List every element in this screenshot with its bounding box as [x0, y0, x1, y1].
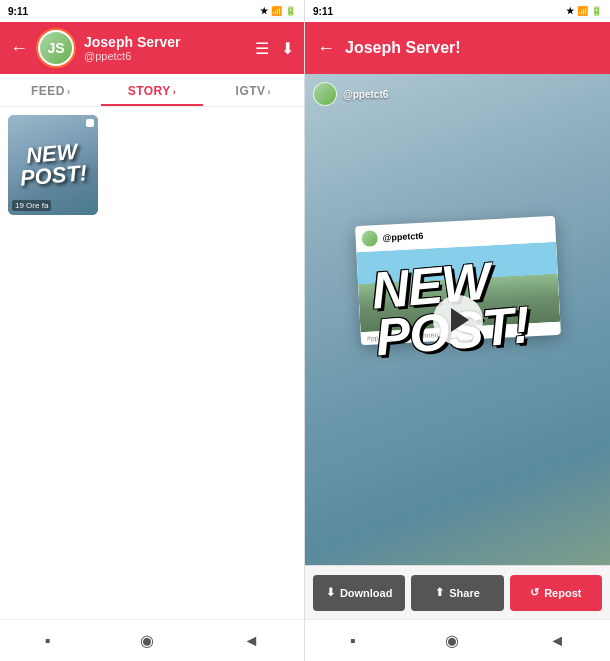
right-panel: 9:11 ★ 📶 🔋 ← Joseph Server! @ppetct6 @pp…	[305, 0, 610, 661]
insta-post-avatar	[361, 230, 378, 247]
insta-post-name: @ppetct6	[382, 231, 423, 243]
igtv-chevron: ›	[268, 87, 272, 97]
right-status-bar: 9:11 ★ 📶 🔋	[305, 0, 610, 22]
story-username: @ppetct6	[343, 89, 388, 100]
story-avatar	[313, 82, 337, 106]
left-header: ← JS Joseph Server @ppetct6 ☰ ⬇	[0, 22, 304, 74]
left-back-button[interactable]: ←	[10, 38, 28, 59]
right-back-button[interactable]: ←	[317, 38, 335, 59]
download-btn-icon: ⬇	[326, 586, 335, 599]
right-status-icons: ★ 📶 🔋	[566, 6, 602, 16]
right-battery-icon: 🔋	[591, 6, 602, 16]
right-header-title: Joseph Server!	[345, 39, 461, 57]
story-content: @ppetct6 @ppetct6 #ppetct6 #travel #fore…	[305, 74, 610, 565]
play-button[interactable]	[433, 295, 483, 345]
story-thumb-text: NEW POST!	[18, 140, 89, 190]
play-icon	[451, 308, 469, 332]
header-icons-left: ☰ ⬇	[255, 39, 294, 58]
nav-home-left[interactable]: ◉	[140, 631, 154, 650]
avatar-ring: JS	[36, 28, 76, 68]
user-avatar-left: JS	[38, 30, 74, 66]
download-button[interactable]: ⬇ Download	[313, 575, 405, 611]
right-time: 9:11	[313, 6, 333, 17]
story-user-bar: @ppetct6	[313, 82, 388, 106]
download-icon-header[interactable]: ⬇	[281, 39, 294, 58]
story-viewer[interactable]: @ppetct6 @ppetct6 #ppetct6 #travel #fore…	[305, 74, 610, 565]
tab-story[interactable]: STORY›	[101, 74, 202, 106]
feed-chevron: ›	[67, 87, 71, 97]
wifi-icon: 📶	[271, 6, 282, 16]
header-handle-left: @ppetct6	[84, 50, 247, 62]
share-btn-label: Share	[449, 587, 480, 599]
left-bottom-nav: ▪ ◉ ◄	[0, 619, 304, 661]
repost-btn-icon: ↺	[530, 586, 539, 599]
right-bottom-nav: ▪ ◉ ◄	[305, 619, 610, 661]
action-buttons-bar: ⬇ Download ⬆ Share ↺ Repost	[305, 565, 610, 619]
right-header: ← Joseph Server!	[305, 22, 610, 74]
battery-icon-left: 🔋	[285, 6, 296, 16]
repost-btn-label: Repost	[544, 587, 581, 599]
story-timestamp: 19 Ore fa	[12, 200, 51, 211]
repost-button[interactable]: ↺ Repost	[510, 575, 602, 611]
story-thumb-overlay	[86, 119, 94, 127]
header-username-left: Joseph Server	[84, 34, 247, 50]
nav-back-right[interactable]: ◄	[549, 632, 565, 650]
tabs-bar: FEED› STORY› IGTV›	[0, 74, 304, 107]
left-panel: 9:11 ★ 📶 🔋 ← JS Joseph Server @ppetct6 ☰…	[0, 0, 305, 661]
bluetooth-icon: ★	[260, 6, 268, 16]
right-bluetooth-icon: ★	[566, 6, 574, 16]
right-wifi-icon: 📶	[577, 6, 588, 16]
tab-igtv[interactable]: IGTV›	[203, 74, 304, 106]
nav-back-left[interactable]: ◄	[243, 632, 259, 650]
left-status-bar: 9:11 ★ 📶 🔋	[0, 0, 304, 22]
header-user-info: Joseph Server @ppetct6	[84, 34, 247, 62]
filter-icon[interactable]: ☰	[255, 39, 269, 58]
download-btn-label: Download	[340, 587, 393, 599]
nav-square-right[interactable]: ▪	[350, 632, 356, 650]
story-chevron: ›	[173, 87, 177, 97]
share-button[interactable]: ⬆ Share	[411, 575, 503, 611]
nav-square-left[interactable]: ▪	[45, 632, 51, 650]
left-time: 9:11	[8, 6, 28, 17]
share-btn-icon: ⬆	[435, 586, 444, 599]
story-grid: NEW POST! 19 Ore fa	[0, 107, 304, 619]
story-thumbnail-1[interactable]: NEW POST! 19 Ore fa	[8, 115, 98, 215]
tab-feed[interactable]: FEED›	[0, 74, 101, 106]
left-status-icons: ★ 📶 🔋	[260, 6, 296, 16]
nav-home-right[interactable]: ◉	[445, 631, 459, 650]
